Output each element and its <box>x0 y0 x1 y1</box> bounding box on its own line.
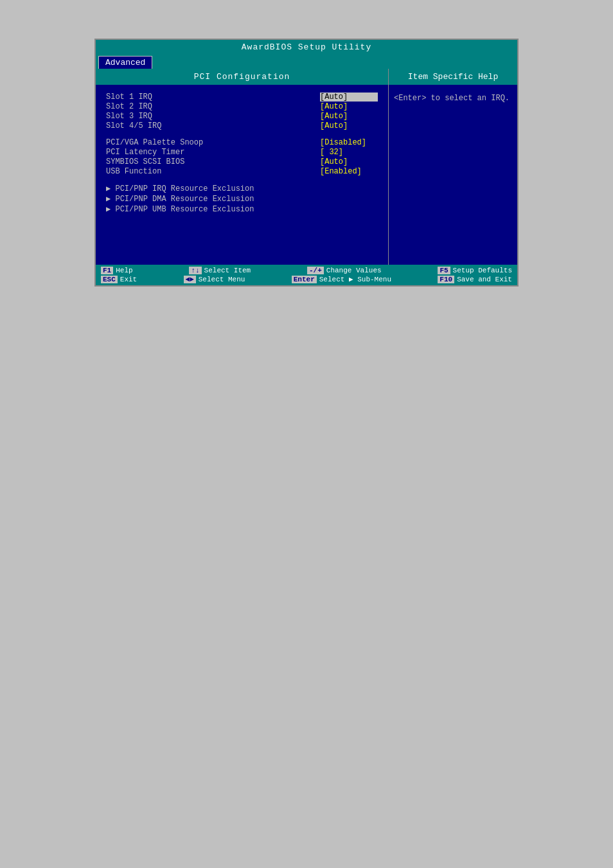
bottom-keys: F1 Help ↑↓ Select Item -/+ Change Values… <box>101 267 512 283</box>
setting-row-vga-snoop[interactable]: PCI/VGA Palette Snoop [Disabled] <box>106 138 378 147</box>
bios-title-text: AwardBIOS Setup Utility <box>242 42 371 52</box>
key-leftright-desc: Select Menu <box>199 276 245 283</box>
help-body: <Enter> to select an IRQ. <box>389 85 517 112</box>
vga-snoop-value: [Disabled] <box>320 138 378 147</box>
slot2irq-label: Slot 2 IRQ <box>106 102 320 111</box>
key-updown-desc: Select Item <box>204 267 251 274</box>
key-updown: ↑↓ Select Item <box>189 267 251 274</box>
slot45irq-label: Slot 4/5 IRQ <box>106 121 320 130</box>
submenu-umb[interactable]: ▶ PCI/PNP UMB Resource Exclusion <box>106 204 378 214</box>
key-esc-label: ESC <box>101 276 118 283</box>
key-f10: F10 Save and Exit <box>438 275 512 283</box>
vga-snoop-label: PCI/VGA Palette Snoop <box>106 138 320 147</box>
tab-advanced[interactable]: Advanced <box>98 56 152 69</box>
tab-advanced-label: Advanced <box>105 58 145 67</box>
submenu-dma[interactable]: ▶ PCI/PNP DMA Resource Exclusion <box>106 194 378 204</box>
setting-row-slot2irq[interactable]: Slot 2 IRQ [Auto] <box>106 102 378 111</box>
submenu-umb-text: ▶ PCI/PNP UMB Resource Exclusion <box>106 205 254 214</box>
slot45irq-value: [Auto] <box>320 121 378 130</box>
latency-label: PCI Latency Timer <box>106 148 320 157</box>
help-panel: Item Specific Help <Enter> to select an … <box>389 69 517 265</box>
panel-body: Slot 1 IRQ [Auto] Slot 2 IRQ [Auto] Slot… <box>96 85 388 265</box>
bottom-row1: F1 Help ↑↓ Select Item -/+ Change Values… <box>101 267 512 274</box>
setting-row-scsi-bios[interactable]: SYMBIOS SCSI BIOS [Auto] <box>106 157 378 166</box>
main-panel: PCI Configuration Slot 1 IRQ [Auto] Slot… <box>96 69 389 265</box>
pci-group: PCI/VGA Palette Snoop [Disabled] PCI Lat… <box>106 138 378 176</box>
content-area: PCI Configuration Slot 1 IRQ [Auto] Slot… <box>96 69 517 265</box>
irq-group: Slot 1 IRQ [Auto] Slot 2 IRQ [Auto] Slot… <box>106 93 378 130</box>
panel-header: PCI Configuration <box>96 69 388 85</box>
key-enter-desc: Select ▶ Sub-Menu <box>319 275 391 283</box>
latency-value: [ 32] <box>320 148 378 157</box>
bottom-row2: ESC Exit ◄► Select Menu Enter Select ▶ S… <box>101 275 512 283</box>
slot1irq-label: Slot 1 IRQ <box>106 93 320 102</box>
key-f1: F1 Help <box>101 267 133 274</box>
key-f5-label: F5 <box>438 267 450 274</box>
submenu-group: ▶ PCI/PNP IRQ Resource Exclusion ▶ PCI/P… <box>106 184 378 214</box>
key-enter-label: Enter <box>292 276 317 283</box>
usb-value: [Enabled] <box>320 167 378 176</box>
setting-row-usb[interactable]: USB Function [Enabled] <box>106 167 378 176</box>
key-f5: F5 Setup Defaults <box>438 267 512 274</box>
key-plusminus-label: -/+ <box>307 267 324 274</box>
usb-label: USB Function <box>106 167 320 176</box>
submenu-irq[interactable]: ▶ PCI/PNP IRQ Resource Exclusion <box>106 184 378 193</box>
bios-window: AwardBIOS Setup Utility Advanced PCI Con… <box>94 39 519 287</box>
key-leftright-label: ◄► <box>184 276 196 283</box>
help-title-text: Item Specific Help <box>408 72 498 82</box>
bios-title: AwardBIOS Setup Utility <box>96 40 517 55</box>
key-updown-label: ↑↓ <box>189 267 201 274</box>
key-esc-desc: Exit <box>120 276 137 283</box>
scsi-bios-label: SYMBIOS SCSI BIOS <box>106 157 320 166</box>
key-f10-desc: Save and Exit <box>457 276 512 283</box>
slot3irq-label: Slot 3 IRQ <box>106 112 320 121</box>
key-f10-label: F10 <box>438 276 454 283</box>
bottom-bar: F1 Help ↑↓ Select Item -/+ Change Values… <box>96 265 517 285</box>
key-f5-desc: Setup Defaults <box>453 267 512 274</box>
key-f1-label: F1 <box>101 267 113 274</box>
submenu-dma-text: ▶ PCI/PNP DMA Resource Exclusion <box>106 195 254 204</box>
key-f1-desc: Help <box>116 267 132 274</box>
help-header: Item Specific Help <box>389 69 517 85</box>
panel-title-text: PCI Configuration <box>194 72 290 82</box>
key-esc: ESC Exit <box>101 275 137 283</box>
slot1irq-value: [Auto] <box>320 93 378 102</box>
scsi-bios-value: [Auto] <box>320 157 378 166</box>
tab-row: Advanced <box>96 55 517 69</box>
setting-row-slot1irq[interactable]: Slot 1 IRQ [Auto] <box>106 93 378 102</box>
key-enter: Enter Select ▶ Sub-Menu <box>292 275 391 283</box>
setting-row-slot3irq[interactable]: Slot 3 IRQ [Auto] <box>106 112 378 121</box>
setting-row-slot45irq[interactable]: Slot 4/5 IRQ [Auto] <box>106 121 378 130</box>
key-plusminus: -/+ Change Values <box>307 267 382 274</box>
submenu-irq-text: ▶ PCI/PNP IRQ Resource Exclusion <box>106 184 254 193</box>
key-leftright: ◄► Select Menu <box>184 275 245 283</box>
slot2irq-value: [Auto] <box>320 102 378 111</box>
slot3irq-value: [Auto] <box>320 112 378 121</box>
setting-row-latency[interactable]: PCI Latency Timer [ 32] <box>106 148 378 157</box>
help-content: <Enter> to select an IRQ. <box>394 94 510 103</box>
key-plusminus-desc: Change Values <box>326 267 382 274</box>
